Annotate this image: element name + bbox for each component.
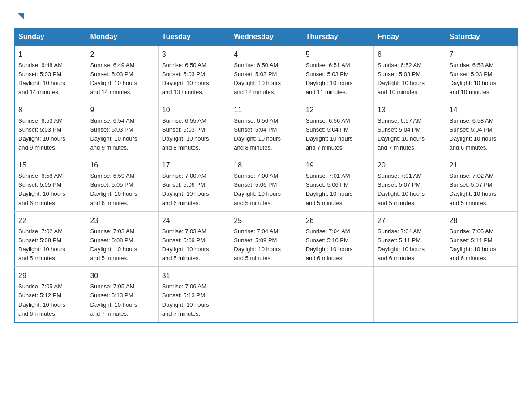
day-cell: 5Sunrise: 6:51 AMSunset: 5:03 PMDaylight… <box>302 46 373 101</box>
day-number: 29 <box>18 270 82 281</box>
day-info: Sunrise: 6:55 AMSunset: 5:03 PMDaylight:… <box>162 117 209 151</box>
day-number: 9 <box>90 105 154 116</box>
day-info: Sunrise: 6:53 AMSunset: 5:03 PMDaylight:… <box>18 117 65 151</box>
page-header <box>14 11 518 21</box>
day-info: Sunrise: 6:59 AMSunset: 5:05 PMDaylight:… <box>90 172 137 206</box>
col-header-monday: Monday <box>86 28 158 46</box>
day-number: 11 <box>234 105 298 116</box>
day-number: 22 <box>18 215 82 226</box>
day-info: Sunrise: 7:05 AMSunset: 5:12 PMDaylight:… <box>18 283 65 317</box>
logo <box>14 11 25 21</box>
day-info: Sunrise: 7:03 AMSunset: 5:08 PMDaylight:… <box>90 228 137 261</box>
week-row-2: 8Sunrise: 6:53 AMSunset: 5:03 PMDaylight… <box>15 101 518 156</box>
day-info: Sunrise: 6:50 AMSunset: 5:03 PMDaylight:… <box>162 62 209 95</box>
day-number: 28 <box>450 215 514 226</box>
calendar-header-row: SundayMondayTuesdayWednesdayThursdayFrid… <box>15 28 518 46</box>
logo-triangle-icon <box>15 11 25 21</box>
day-number: 21 <box>450 160 514 171</box>
day-cell: 25Sunrise: 7:04 AMSunset: 5:09 PMDayligh… <box>230 211 302 267</box>
day-info: Sunrise: 7:02 AMSunset: 5:08 PMDaylight:… <box>18 228 65 261</box>
day-number: 14 <box>450 105 514 116</box>
day-number: 8 <box>18 105 82 116</box>
day-number: 6 <box>378 49 442 60</box>
day-cell: 19Sunrise: 7:01 AMSunset: 5:06 PMDayligh… <box>302 156 373 212</box>
day-cell: 28Sunrise: 7:05 AMSunset: 5:11 PMDayligh… <box>446 211 517 267</box>
day-info: Sunrise: 6:53 AMSunset: 5:03 PMDaylight:… <box>450 62 497 95</box>
day-number: 13 <box>378 105 442 116</box>
day-cell: 11Sunrise: 6:56 AMSunset: 5:04 PMDayligh… <box>230 101 302 156</box>
day-number: 4 <box>234 49 298 60</box>
day-cell: 3Sunrise: 6:50 AMSunset: 5:03 PMDaylight… <box>158 46 230 101</box>
week-row-1: 1Sunrise: 6:48 AMSunset: 5:03 PMDaylight… <box>15 46 518 101</box>
day-info: Sunrise: 6:50 AMSunset: 5:03 PMDaylight:… <box>234 62 281 95</box>
day-info: Sunrise: 7:04 AMSunset: 5:11 PMDaylight:… <box>378 228 425 261</box>
day-cell: 20Sunrise: 7:01 AMSunset: 5:07 PMDayligh… <box>374 156 446 212</box>
day-info: Sunrise: 7:03 AMSunset: 5:09 PMDaylight:… <box>162 228 209 261</box>
day-cell: 1Sunrise: 6:48 AMSunset: 5:03 PMDaylight… <box>15 46 86 101</box>
week-row-3: 15Sunrise: 6:58 AMSunset: 5:05 PMDayligh… <box>15 156 518 212</box>
day-number: 25 <box>234 215 298 226</box>
day-number: 31 <box>162 270 226 281</box>
day-info: Sunrise: 7:05 AMSunset: 5:13 PMDaylight:… <box>90 283 137 317</box>
day-cell: 29Sunrise: 7:05 AMSunset: 5:12 PMDayligh… <box>15 267 86 322</box>
day-info: Sunrise: 6:58 AMSunset: 5:05 PMDaylight:… <box>18 172 65 206</box>
day-number: 24 <box>162 215 226 226</box>
week-row-5: 29Sunrise: 7:05 AMSunset: 5:12 PMDayligh… <box>15 267 518 322</box>
day-info: Sunrise: 6:48 AMSunset: 5:03 PMDaylight:… <box>18 62 65 95</box>
day-number: 3 <box>162 49 226 60</box>
day-number: 23 <box>90 215 154 226</box>
day-info: Sunrise: 7:02 AMSunset: 5:07 PMDaylight:… <box>450 172 497 206</box>
day-cell <box>374 267 446 322</box>
day-cell: 7Sunrise: 6:53 AMSunset: 5:03 PMDaylight… <box>446 46 517 101</box>
day-cell <box>446 267 517 322</box>
day-cell: 18Sunrise: 7:00 AMSunset: 5:06 PMDayligh… <box>230 156 302 212</box>
day-number: 10 <box>162 105 226 116</box>
day-cell: 24Sunrise: 7:03 AMSunset: 5:09 PMDayligh… <box>158 211 230 267</box>
day-number: 26 <box>306 215 370 226</box>
day-cell: 26Sunrise: 7:04 AMSunset: 5:10 PMDayligh… <box>302 211 373 267</box>
day-number: 17 <box>162 160 226 171</box>
day-number: 20 <box>378 160 442 171</box>
week-row-4: 22Sunrise: 7:02 AMSunset: 5:08 PMDayligh… <box>15 211 518 267</box>
col-header-tuesday: Tuesday <box>158 28 230 46</box>
col-header-friday: Friday <box>374 28 446 46</box>
svg-marker-0 <box>17 13 24 20</box>
day-info: Sunrise: 7:04 AMSunset: 5:09 PMDaylight:… <box>234 228 281 261</box>
day-info: Sunrise: 7:00 AMSunset: 5:06 PMDaylight:… <box>234 172 281 206</box>
day-cell: 21Sunrise: 7:02 AMSunset: 5:07 PMDayligh… <box>446 156 517 212</box>
day-cell: 2Sunrise: 6:49 AMSunset: 5:03 PMDaylight… <box>86 46 158 101</box>
day-info: Sunrise: 6:58 AMSunset: 5:04 PMDaylight:… <box>450 117 497 151</box>
day-info: Sunrise: 7:06 AMSunset: 5:13 PMDaylight:… <box>162 283 209 317</box>
day-cell: 31Sunrise: 7:06 AMSunset: 5:13 PMDayligh… <box>158 267 230 322</box>
day-info: Sunrise: 6:52 AMSunset: 5:03 PMDaylight:… <box>378 62 425 95</box>
day-cell: 13Sunrise: 6:57 AMSunset: 5:04 PMDayligh… <box>374 101 446 156</box>
day-cell: 15Sunrise: 6:58 AMSunset: 5:05 PMDayligh… <box>15 156 86 212</box>
day-number: 12 <box>306 105 370 116</box>
day-number: 1 <box>18 49 82 60</box>
col-header-thursday: Thursday <box>302 28 373 46</box>
day-info: Sunrise: 7:01 AMSunset: 5:07 PMDaylight:… <box>378 172 425 206</box>
day-number: 30 <box>90 270 154 281</box>
day-cell: 30Sunrise: 7:05 AMSunset: 5:13 PMDayligh… <box>86 267 158 322</box>
day-cell: 6Sunrise: 6:52 AMSunset: 5:03 PMDaylight… <box>374 46 446 101</box>
day-cell: 16Sunrise: 6:59 AMSunset: 5:05 PMDayligh… <box>86 156 158 212</box>
day-info: Sunrise: 7:00 AMSunset: 5:06 PMDaylight:… <box>162 172 209 206</box>
col-header-saturday: Saturday <box>446 28 517 46</box>
day-cell: 23Sunrise: 7:03 AMSunset: 5:08 PMDayligh… <box>86 211 158 267</box>
day-number: 2 <box>90 49 154 60</box>
day-info: Sunrise: 6:51 AMSunset: 5:03 PMDaylight:… <box>306 62 353 95</box>
day-cell: 9Sunrise: 6:54 AMSunset: 5:03 PMDaylight… <box>86 101 158 156</box>
col-header-sunday: Sunday <box>15 28 86 46</box>
day-cell: 12Sunrise: 6:56 AMSunset: 5:04 PMDayligh… <box>302 101 373 156</box>
day-cell: 17Sunrise: 7:00 AMSunset: 5:06 PMDayligh… <box>158 156 230 212</box>
day-info: Sunrise: 6:56 AMSunset: 5:04 PMDaylight:… <box>306 117 353 151</box>
col-header-wednesday: Wednesday <box>230 28 302 46</box>
day-number: 19 <box>306 160 370 171</box>
day-number: 15 <box>18 160 82 171</box>
day-info: Sunrise: 7:01 AMSunset: 5:06 PMDaylight:… <box>306 172 353 206</box>
day-cell <box>302 267 373 322</box>
day-info: Sunrise: 7:05 AMSunset: 5:11 PMDaylight:… <box>450 228 497 261</box>
day-info: Sunrise: 7:04 AMSunset: 5:10 PMDaylight:… <box>306 228 353 261</box>
day-info: Sunrise: 6:49 AMSunset: 5:03 PMDaylight:… <box>90 62 137 95</box>
calendar-table: SundayMondayTuesdayWednesdayThursdayFrid… <box>14 28 518 323</box>
